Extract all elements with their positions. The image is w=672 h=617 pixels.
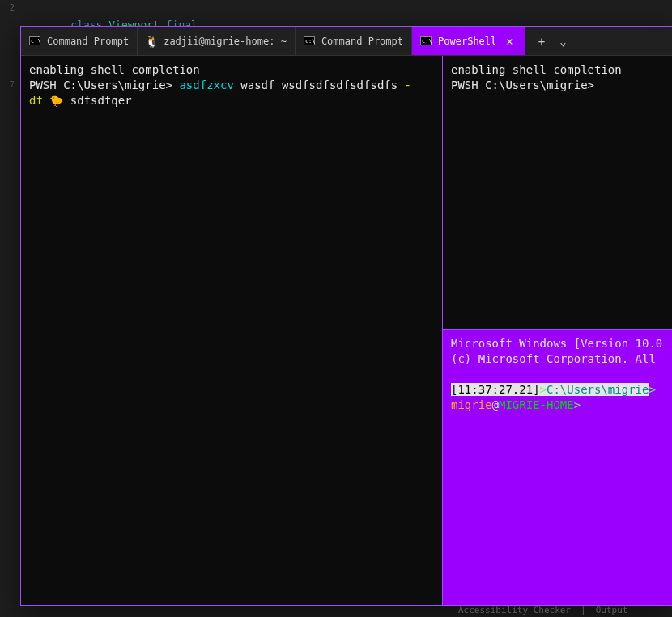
cmd-icon: c:\ xyxy=(420,36,432,45)
pane-right-top[interactable]: enabling shell completion PWSH C:\Users\… xyxy=(443,56,672,330)
editor-gutter: 27 xyxy=(0,0,18,617)
cmd-token: df xyxy=(29,94,49,107)
status-accessibility[interactable]: Accessibility Checker xyxy=(458,605,571,615)
tab-label: PowerShell xyxy=(438,36,496,47)
term-line: Microsoft Windows [Version 10.0 xyxy=(451,337,662,350)
terminal-panes: enabling shell completion PWSH C:\Users\… xyxy=(21,56,672,605)
emoji-icon: 🐤 xyxy=(49,94,63,107)
tab-command-prompt-2[interactable]: c:\ Command Prompt xyxy=(296,27,412,55)
close-icon[interactable]: × xyxy=(503,35,516,48)
terminal-window: c:\ Command Prompt 🐧 zadjii@migrie-home:… xyxy=(20,26,672,606)
tab-linux[interactable]: 🐧 zadjii@migrie-home: ~ xyxy=(138,27,296,55)
prompt-at: @ xyxy=(492,398,499,411)
pane-left[interactable]: enabling shell completion PWSH C:\Users\… xyxy=(21,56,443,605)
timestamp: [11:37:27.21] xyxy=(451,383,540,396)
tab-label: Command Prompt xyxy=(47,36,129,47)
term-line: enabling shell completion xyxy=(29,63,200,76)
status-output[interactable]: Output xyxy=(596,605,628,615)
prompt-sep: > xyxy=(540,383,547,396)
tab-dropdown-button[interactable]: ⌄ xyxy=(555,32,571,51)
tab-command-prompt-1[interactable]: c:\ Command Prompt xyxy=(21,27,138,55)
cmd-token: wasdf wsdfsdfsdfsdfsdfs xyxy=(234,79,405,91)
prompt: PWSH C:\Users\migrie> xyxy=(451,79,594,91)
tab-powershell[interactable]: c:\ PowerShell × xyxy=(412,27,525,55)
prompt: PWSH C:\Users\migrie> xyxy=(29,79,179,91)
tux-icon: 🐧 xyxy=(146,36,157,47)
tab-controls: + ⌄ xyxy=(525,27,580,55)
tab-label: Command Prompt xyxy=(321,36,403,47)
prompt-tail: > xyxy=(574,398,581,411)
prompt-user: migrie xyxy=(451,398,492,411)
pane-right: enabling shell completion PWSH C:\Users\… xyxy=(443,56,672,605)
pane-right-bottom[interactable]: Microsoft Windows [Version 10.0 (c) Micr… xyxy=(443,330,672,605)
prompt-path: C:\Users\migrie xyxy=(547,383,649,396)
cmd-icon: c:\ xyxy=(304,36,315,45)
term-line: (c) Microsoft Corporation. All xyxy=(451,352,662,365)
cmd-token: - xyxy=(405,79,411,91)
cmd-icon: c:\ xyxy=(29,36,40,45)
cmd-token: sdfsdfqer xyxy=(63,94,131,107)
tab-bar: c:\ Command Prompt 🐧 zadjii@migrie-home:… xyxy=(21,27,672,56)
tab-label: zadjii@migrie-home: ~ xyxy=(164,36,287,47)
prompt-host: MIGRIE-HOME xyxy=(499,398,574,411)
new-tab-button[interactable]: + xyxy=(534,32,550,51)
prompt-sep: > xyxy=(649,383,655,396)
cmd-token: asdfzxcv xyxy=(179,79,233,91)
term-line: enabling shell completion xyxy=(451,63,622,76)
